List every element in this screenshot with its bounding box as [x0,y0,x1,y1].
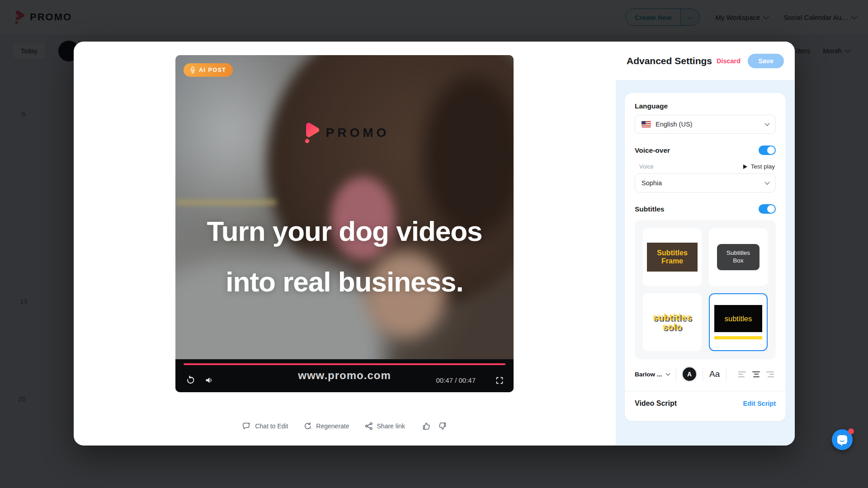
video-script-row: Video Script Edit Script [635,399,776,408]
promo-watermark-icon [300,121,321,145]
voiceover-label: Voice-over [635,146,670,155]
share-link-label: Share link [377,422,405,430]
chevron-down-icon [666,371,670,375]
chat-to-edit-button[interactable]: Chat to Edit [242,422,288,430]
fullscreen-button[interactable] [495,376,504,385]
ai-post-badge-label: AI POST [199,67,226,73]
regenerate-label: Regenerate [316,422,349,430]
settings-title: Advanced Settings [627,56,717,66]
subtitle-style-solo[interactable]: subtitles solo [643,293,702,351]
test-play-button[interactable]: Test play [743,163,775,170]
language-value: English (US) [656,121,692,128]
replay-button[interactable] [185,375,195,385]
alignment-group [738,371,774,377]
font-size-button[interactable]: Aa [709,369,720,379]
voice-select[interactable]: Sophia [635,174,776,192]
video-headline: Turn your dog videos into real business. [175,206,514,307]
chevron-down-icon [764,121,769,126]
chat-support-button[interactable] [832,429,853,450]
subtitle-underline-bar [714,336,762,339]
subtitle-style-label: subtitles [725,314,752,323]
divider [726,367,726,381]
video-action-row: Chat to Edit Regenerate Share link [175,422,514,430]
voiceover-toggle[interactable] [759,145,776,155]
video-preview-area: AI POST PROMO Turn your dog videos into … [74,42,616,446]
video-timestamp: 00:47 / 00:47 [436,376,476,384]
subtitle-style-label: Subtitles Box [722,249,755,265]
ai-post-badge: AI POST [184,63,233,77]
ai-post-modal: AI POST PROMO Turn your dog videos into … [74,42,795,446]
promo-watermark-text: PROMO [326,126,390,140]
subtitle-box-preview: Subtitles Box [717,244,760,270]
voice-value: Sophia [642,179,662,187]
subtitles-toggle[interactable] [759,204,776,214]
chevron-down-icon [764,179,769,184]
video-script-label: Video Script [635,399,677,408]
share-link-button[interactable]: Share link [365,422,405,430]
play-icon [743,164,747,169]
chat-to-edit-label: Chat to Edit [255,422,288,430]
language-label: Language [635,102,776,110]
subtitles-label: Subtitles [635,205,664,213]
align-right-button[interactable] [766,371,774,377]
settings-header: Advanced Settings Discard Save [616,42,795,80]
thumbs-up-button[interactable] [422,422,430,430]
progress-bar[interactable] [184,363,505,365]
regenerate-button[interactable]: Regenerate [303,422,349,430]
volume-button[interactable] [205,376,213,385]
subtitle-style-grid: Subtitles Frame Subtitles Box subtitles … [635,220,776,359]
edit-script-link[interactable]: Edit Script [743,400,776,407]
us-flag-icon [642,121,651,127]
font-family-value: Barlow ... [635,371,662,378]
divider [625,391,786,391]
align-left-button[interactable] [738,371,746,377]
subtitle-style-label: subtitles solo [647,313,698,332]
subtitle-style-frame[interactable]: Subtitles Frame [643,228,702,286]
regenerate-icon [303,422,312,430]
test-play-label: Test play [751,163,775,170]
save-button[interactable]: Save [748,54,784,68]
screen: PROMO Create New My Workspace Social Cal… [0,0,868,488]
thumbs-down-button[interactable] [439,422,447,430]
subtitle-style-label: Subtitles Frame [651,249,693,266]
discard-button[interactable]: Discard [717,57,741,65]
video-player[interactable]: AI POST PROMO Turn your dog videos into … [175,55,514,392]
language-select[interactable]: English (US) [635,115,776,134]
align-center-button[interactable] [752,371,760,377]
promo-watermark: PROMO [175,121,514,145]
advanced-settings-panel: Advanced Settings Discard Save Language … [616,42,795,446]
share-icon [365,422,373,430]
notification-dot [848,428,854,434]
subtitle-style-selected[interactable]: subtitles [709,293,768,351]
headline-line1: Turn your dog videos [175,206,514,257]
microphone-icon [190,66,196,74]
chat-sparkle-icon [242,422,251,430]
font-family-select[interactable]: Barlow ... [635,371,670,378]
video-controls-bar: www.promo.com 00:47 / 00:47 [175,359,514,392]
font-color-button[interactable]: A [683,367,696,381]
chat-bubble-icon [837,435,847,444]
divider [676,367,676,381]
subtitle-selected-preview: subtitles [714,305,762,332]
subtitle-style-box[interactable]: Subtitles Box [709,228,768,286]
subtitle-frame-preview: Subtitles Frame [647,243,698,272]
settings-card: Language English (US) Voice-over Voice T… [625,93,786,421]
voice-label: Voice [639,163,654,170]
divider [703,367,703,381]
text-style-toolbar: Barlow ... A Aa [635,366,776,382]
headline-line2: into real business. [175,257,514,307]
